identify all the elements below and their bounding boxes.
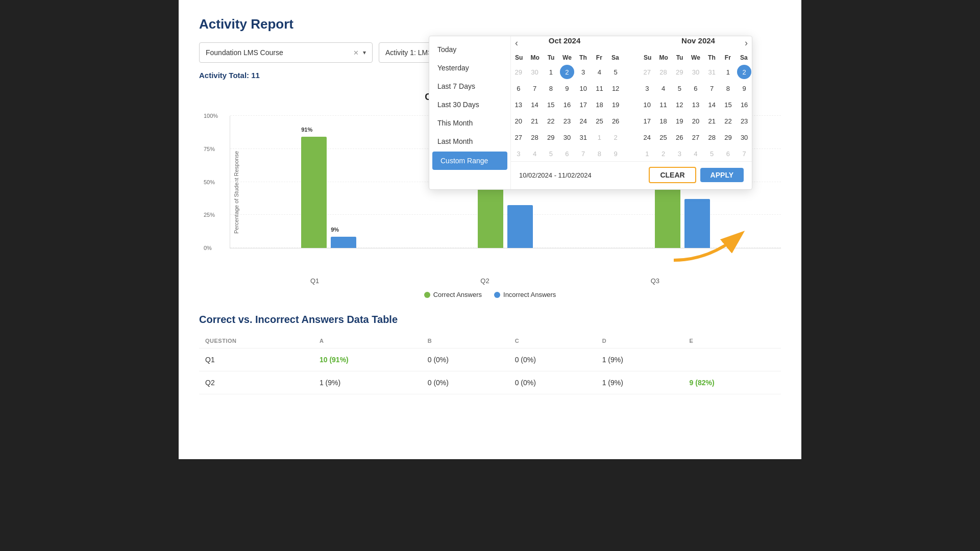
oct-day-29f[interactable]: 29: [511, 65, 526, 79]
clear-button[interactable]: CLEAR: [649, 167, 696, 183]
oct-day-4f[interactable]: 4: [528, 146, 542, 161]
oct-day-23[interactable]: 23: [560, 114, 574, 128]
nov-day-5[interactable]: 5: [672, 81, 687, 95]
nov-day-1[interactable]: 1: [721, 65, 735, 79]
oct-day-13[interactable]: 13: [511, 97, 526, 112]
nov-day-28[interactable]: 28: [705, 130, 719, 144]
preset-last30[interactable]: Last 30 Days: [429, 95, 510, 114]
preset-custom-range[interactable]: Custom Range: [432, 152, 507, 170]
nov-day-1f[interactable]: 1: [640, 146, 654, 161]
nov-day-3[interactable]: 3: [640, 81, 654, 95]
oct-day-5[interactable]: 5: [608, 65, 623, 79]
oct-day-11[interactable]: 11: [592, 81, 606, 95]
nov-day-15[interactable]: 15: [721, 97, 735, 112]
preset-today[interactable]: Today: [429, 40, 510, 59]
oct-day-21[interactable]: 21: [528, 114, 542, 128]
nov-day-4[interactable]: 4: [656, 81, 671, 95]
oct-day-19[interactable]: 19: [608, 97, 623, 112]
col-b: B: [422, 334, 509, 348]
nov-day-8[interactable]: 8: [721, 81, 735, 95]
oct-day-9f[interactable]: 9: [608, 146, 623, 161]
nov-day-7f[interactable]: 7: [737, 146, 751, 161]
oct-day-30[interactable]: 30: [560, 130, 574, 144]
nov-day-16[interactable]: 16: [737, 97, 751, 112]
dp-prev-btn[interactable]: ‹: [511, 37, 522, 49]
nov-day-22[interactable]: 22: [721, 114, 735, 128]
oct-day-22[interactable]: 22: [544, 114, 558, 128]
nov-day-3f[interactable]: 3: [672, 146, 687, 161]
oct-day-4[interactable]: 4: [592, 65, 606, 79]
nov-day-30[interactable]: 30: [737, 130, 751, 144]
oct-day-16[interactable]: 16: [560, 97, 574, 112]
oct-day-7[interactable]: 7: [528, 81, 542, 95]
nov-day-25[interactable]: 25: [656, 130, 671, 144]
oct-day-30f[interactable]: 30: [528, 65, 542, 79]
oct-day-1f[interactable]: 1: [592, 130, 606, 144]
nov-day-14[interactable]: 14: [705, 97, 719, 112]
nov-day-26[interactable]: 26: [672, 130, 687, 144]
oct-day-2f[interactable]: 2: [608, 130, 623, 144]
preset-this-month[interactable]: This Month: [429, 114, 510, 132]
nov-day-29[interactable]: 29: [721, 130, 735, 144]
course-filter[interactable]: Foundation LMS Course ✕ ▾: [199, 42, 373, 63]
oct-day-3[interactable]: 3: [576, 65, 591, 79]
nov-day-24[interactable]: 24: [640, 130, 654, 144]
nov-day-7[interactable]: 7: [705, 81, 719, 95]
oct-day-8f[interactable]: 8: [592, 146, 606, 161]
oct-day-27[interactable]: 27: [511, 130, 526, 144]
preset-last7[interactable]: Last 7 Days: [429, 77, 510, 95]
nov-day-17[interactable]: 17: [640, 114, 654, 128]
nov-day-10[interactable]: 10: [640, 97, 654, 112]
nov-day-31f[interactable]: 31: [705, 65, 719, 79]
oct-day-15[interactable]: 15: [544, 97, 558, 112]
dp-nov-title: Nov 2024: [681, 36, 715, 45]
nov-day-27f[interactable]: 27: [640, 65, 654, 79]
oct-day-2[interactable]: 2: [560, 65, 574, 79]
nov-day-12[interactable]: 12: [672, 97, 687, 112]
nov-day-9[interactable]: 9: [737, 81, 751, 95]
oct-day-9[interactable]: 9: [560, 81, 574, 95]
oct-day-20[interactable]: 20: [511, 114, 526, 128]
oct-day-24[interactable]: 24: [576, 114, 591, 128]
nov-day-18[interactable]: 18: [656, 114, 671, 128]
nov-day-27[interactable]: 27: [689, 130, 703, 144]
nov-day-4f[interactable]: 4: [689, 146, 703, 161]
oct-day-12[interactable]: 12: [608, 81, 623, 95]
nov-day-6f[interactable]: 6: [721, 146, 735, 161]
nov-day-5f[interactable]: 5: [705, 146, 719, 161]
nov-day-2f[interactable]: 2: [656, 146, 671, 161]
oct-day-10[interactable]: 10: [576, 81, 591, 95]
oct-day-31[interactable]: 31: [576, 130, 591, 144]
nov-day-2[interactable]: 2: [737, 65, 751, 79]
nov-day-23[interactable]: 23: [737, 114, 751, 128]
oct-day-7f[interactable]: 7: [576, 146, 591, 161]
nov-day-30f[interactable]: 30: [689, 65, 703, 79]
oct-day-6[interactable]: 6: [511, 81, 526, 95]
oct-day-25[interactable]: 25: [592, 114, 606, 128]
nov-day-29f[interactable]: 29: [672, 65, 687, 79]
nov-day-6[interactable]: 6: [689, 81, 703, 95]
oct-day-8[interactable]: 8: [544, 81, 558, 95]
course-clear-icon[interactable]: ✕: [353, 49, 359, 57]
oct-day-5f[interactable]: 5: [544, 146, 558, 161]
nov-day-11[interactable]: 11: [656, 97, 671, 112]
oct-day-29[interactable]: 29: [544, 130, 558, 144]
table-row: Q2 1 (9%) 0 (0%) 0 (0%) 1 (9%) 9 (82%): [199, 371, 781, 394]
preset-yesterday[interactable]: Yesterday: [429, 59, 510, 77]
nov-day-21[interactable]: 21: [705, 114, 719, 128]
nov-day-28f[interactable]: 28: [656, 65, 671, 79]
oct-day-6f[interactable]: 6: [560, 146, 574, 161]
oct-day-14[interactable]: 14: [528, 97, 542, 112]
nov-day-13[interactable]: 13: [689, 97, 703, 112]
oct-day-3f[interactable]: 3: [511, 146, 526, 161]
oct-day-26[interactable]: 26: [608, 114, 623, 128]
dp-next-btn[interactable]: ›: [741, 37, 752, 49]
apply-button[interactable]: APPLY: [700, 168, 744, 182]
oct-day-17[interactable]: 17: [576, 97, 591, 112]
oct-day-28[interactable]: 28: [528, 130, 542, 144]
preset-last-month[interactable]: Last Month: [429, 132, 510, 151]
oct-day-18[interactable]: 18: [592, 97, 606, 112]
nov-day-20[interactable]: 20: [689, 114, 703, 128]
oct-day-1[interactable]: 1: [544, 65, 558, 79]
nov-day-19[interactable]: 19: [672, 114, 687, 128]
